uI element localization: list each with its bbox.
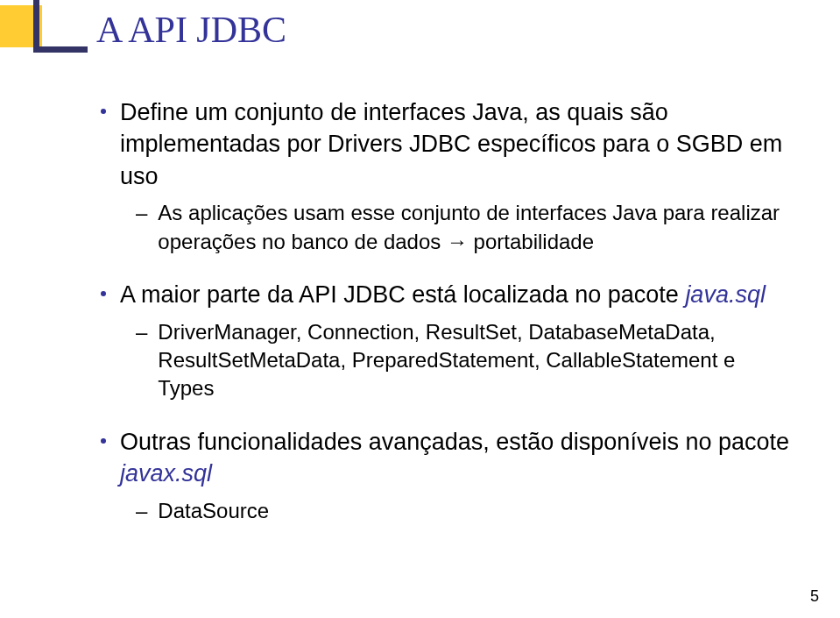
bullet-item: A maior parte da API JDBC está localizad… bbox=[101, 279, 796, 310]
bullet-text-prefix: A maior parte da API JDBC está localizad… bbox=[120, 281, 685, 308]
bullet-dot-icon bbox=[101, 438, 106, 444]
dash-icon: – bbox=[136, 318, 147, 345]
dash-icon: – bbox=[136, 497, 147, 524]
sub-bullet-text: DriverManager, Connection, ResultSet, Da… bbox=[158, 318, 796, 403]
dash-icon: – bbox=[136, 199, 147, 226]
bullet-text: A maior parte da API JDBC está localizad… bbox=[120, 279, 766, 310]
slide-content: Define um conjunto de interfaces Java, a… bbox=[101, 96, 796, 530]
corner-decoration bbox=[0, 0, 88, 70]
sub-bullet-text: As aplicações usam esse conjunto de inte… bbox=[158, 199, 796, 256]
deco-bar-horizontal bbox=[33, 46, 88, 53]
deco-bar-vertical bbox=[33, 0, 39, 53]
bullet-item: Define um conjunto de interfaces Java, a… bbox=[101, 96, 796, 192]
bullet-text-prefix: Outras funcionalidades avançadas, estão … bbox=[120, 429, 789, 455]
slide-title: A API JDBC bbox=[96, 9, 286, 51]
sub-bullet-item: – As aplicações usam esse conjunto de in… bbox=[136, 199, 796, 256]
sub-bullet-item: – DriverManager, Connection, ResultSet, … bbox=[136, 318, 796, 403]
package-name: java.sql bbox=[685, 281, 766, 308]
sub-bullet-item: – DataSource bbox=[136, 497, 796, 525]
bullet-text: Outras funcionalidades avançadas, estão … bbox=[120, 426, 796, 490]
bullet-text: Define um conjunto de interfaces Java, a… bbox=[120, 96, 796, 192]
sub-bullet-text: DataSource bbox=[158, 497, 269, 525]
bullet-dot-icon bbox=[101, 109, 106, 114]
page-number: 5 bbox=[810, 587, 819, 606]
bullet-dot-icon bbox=[101, 291, 106, 296]
package-name: javax.sql bbox=[120, 460, 212, 487]
bullet-item: Outras funcionalidades avançadas, estão … bbox=[101, 426, 796, 490]
